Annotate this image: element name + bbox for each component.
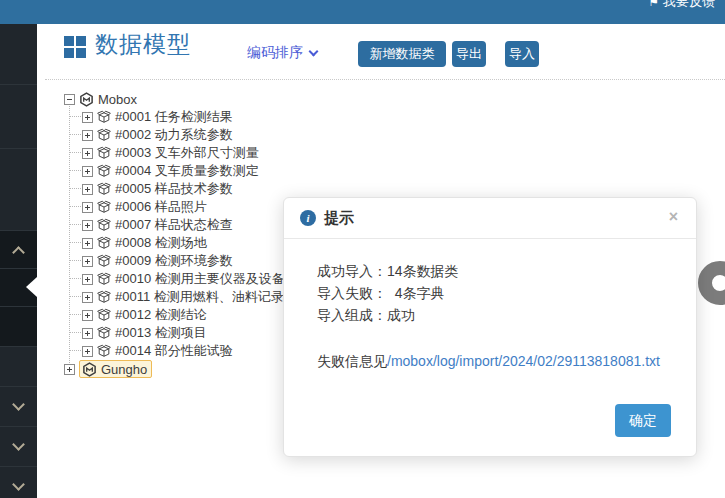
expand-icon[interactable] — [82, 220, 93, 231]
box-logo-icon — [82, 362, 97, 377]
tree-item[interactable]: #0014 部分性能试验 — [82, 342, 285, 360]
import-success-line: 成功导入：14条数据类 — [317, 260, 672, 282]
ok-button[interactable]: 确定 — [615, 404, 671, 437]
feedback-link[interactable]: ⚑ 我要反馈 — [648, 0, 715, 11]
expand-icon[interactable] — [82, 310, 93, 321]
tree-item[interactable]: #0010 检测用主要仪器及设备 — [82, 270, 285, 288]
header-divider — [45, 79, 725, 80]
tree-item-label[interactable]: #0002 动力系统参数 — [115, 126, 233, 144]
sidebar-scroll-up[interactable] — [0, 231, 37, 269]
tree-item-label[interactable]: #0004 叉车质量参数测定 — [115, 162, 259, 180]
tree-item[interactable]: #0011 检测用燃料、油料记录 — [82, 288, 285, 306]
tree-item-label[interactable]: #0009 检测环境参数 — [115, 252, 233, 270]
app-window: ⚑ 我要反馈 数据模型 编码排序 新增数据类 导出 — [0, 0, 725, 498]
import-compose-line: 导入组成：成功 — [317, 304, 672, 326]
expand-icon[interactable] — [82, 148, 93, 159]
sidebar — [0, 24, 37, 498]
expand-icon[interactable] — [82, 238, 93, 249]
sidebar-item[interactable] — [0, 307, 37, 347]
expand-icon[interactable] — [82, 202, 93, 213]
dialog-body: 成功导入：14条数据类 导入失败： 4条字典 导入组成：成功 失败信息见/mob… — [317, 260, 672, 372]
import-failed-line: 导入失败： 4条字典 — [317, 282, 672, 304]
failure-log-link[interactable]: /mobox/log/import/2024/02/29113818081.tx… — [387, 353, 660, 369]
feedback-label: 我要反馈 — [663, 0, 715, 11]
expand-icon[interactable] — [82, 274, 93, 285]
tree-item[interactable]: #0007 样品状态检查 — [82, 216, 285, 234]
package-icon — [97, 308, 111, 322]
sidebar-expand-item[interactable] — [0, 387, 37, 427]
tree-children: #0001 任务检测结果 #0002 动力系统参数 #0003 叉车外部尺寸 — [64, 108, 285, 360]
tree-item-label[interactable]: #0013 检测项目 — [115, 324, 207, 342]
export-button[interactable]: 导出 — [452, 41, 486, 67]
tree-item[interactable]: #0001 任务检测结果 — [82, 108, 285, 126]
sidebar-item[interactable] — [0, 347, 37, 387]
close-icon[interactable]: × — [669, 209, 678, 225]
expand-icon[interactable] — [82, 346, 93, 357]
sidebar-expand-item[interactable] — [0, 467, 37, 498]
sidebar-item[interactable] — [0, 85, 37, 149]
tree-item[interactable]: #0012 检测结论 — [82, 306, 285, 324]
package-icon — [97, 254, 111, 268]
tree-item-label[interactable]: #0007 样品状态检查 — [115, 216, 233, 234]
tree-item[interactable]: #0005 样品技术参数 — [82, 180, 285, 198]
tree-item-label[interactable]: Gungho — [101, 362, 147, 377]
tree-item-label[interactable]: #0003 叉车外部尺寸测量 — [115, 144, 259, 162]
tree-root[interactable]: Mobox — [64, 90, 285, 108]
tree-item-label[interactable]: #0010 检测用主要仪器及设备 — [115, 270, 285, 288]
tree-item-label[interactable]: #0011 检测用燃料、油料记录 — [115, 288, 284, 306]
dialog-header: 提示 — [284, 198, 696, 239]
tree-item-label[interactable]: #0012 检测结论 — [115, 306, 207, 324]
package-icon — [97, 200, 111, 214]
sort-dropdown[interactable]: 编码排序 — [247, 44, 317, 62]
package-icon — [97, 236, 111, 250]
expand-icon[interactable] — [82, 112, 93, 123]
tree-item[interactable]: #0003 叉车外部尺寸测量 — [82, 144, 285, 162]
expand-icon[interactable] — [82, 130, 93, 141]
tree-item[interactable]: #0013 检测项目 — [82, 324, 285, 342]
import-result-dialog: 提示 × 成功导入：14条数据类 导入失败： 4条字典 导入组成：成功 失败信息… — [283, 197, 697, 457]
tree-item[interactable]: #0002 动力系统参数 — [82, 126, 285, 144]
sidebar-expand-item[interactable] — [0, 427, 37, 467]
package-icon — [97, 290, 111, 304]
sidebar-item[interactable] — [0, 149, 37, 231]
import-button[interactable]: 导入 — [505, 41, 539, 67]
tree-item[interactable]: #0006 样品照片 — [82, 198, 285, 216]
grid-logo-icon — [64, 36, 86, 58]
failure-info-line: 失败信息见/mobox/log/import/2024/02/291138180… — [317, 350, 672, 372]
collapse-icon[interactable] — [64, 94, 75, 105]
tree-item-label[interactable]: #0014 部分性能试验 — [115, 342, 233, 360]
package-icon — [97, 164, 111, 178]
expand-icon[interactable] — [82, 166, 93, 177]
tree-item-label[interactable]: #0001 任务检测结果 — [115, 108, 233, 126]
tree-item-label[interactable]: #0005 样品技术参数 — [115, 180, 233, 198]
tree-item-label[interactable]: #0006 样品照片 — [115, 198, 207, 216]
tree-root-label[interactable]: Mobox — [98, 92, 137, 107]
expand-icon[interactable] — [82, 292, 93, 303]
chevron-down-icon — [12, 438, 25, 451]
selected-highlight[interactable]: Gungho — [79, 360, 152, 378]
package-icon — [97, 344, 111, 358]
package-icon — [97, 110, 111, 124]
expand-icon[interactable] — [82, 184, 93, 195]
expand-icon[interactable] — [82, 328, 93, 339]
topbar: ⚑ 我要反馈 — [0, 0, 725, 24]
package-icon — [97, 182, 111, 196]
chevron-down-icon — [309, 47, 319, 57]
tree-item[interactable]: #0009 检测环境参数 — [82, 252, 285, 270]
package-icon — [97, 218, 111, 232]
expand-icon[interactable] — [64, 364, 75, 375]
box-logo-icon — [79, 92, 94, 107]
sidebar-item[interactable] — [0, 24, 37, 85]
failure-info-prefix: 失败信息见 — [317, 353, 387, 369]
sidebar-active-notch — [26, 277, 37, 297]
tree-item-label[interactable]: #0008 检测场地 — [115, 234, 207, 252]
tree-item-selected[interactable]: Gungho — [64, 360, 285, 378]
tree-item[interactable]: #0008 检测场地 — [82, 234, 285, 252]
chevron-down-icon — [12, 398, 25, 411]
info-icon — [300, 210, 316, 226]
tree-item[interactable]: #0004 叉车质量参数测定 — [82, 162, 285, 180]
package-icon — [97, 326, 111, 340]
sort-dropdown-label: 编码排序 — [247, 44, 303, 62]
expand-icon[interactable] — [82, 256, 93, 267]
add-dataclass-button[interactable]: 新增数据类 — [358, 41, 446, 67]
